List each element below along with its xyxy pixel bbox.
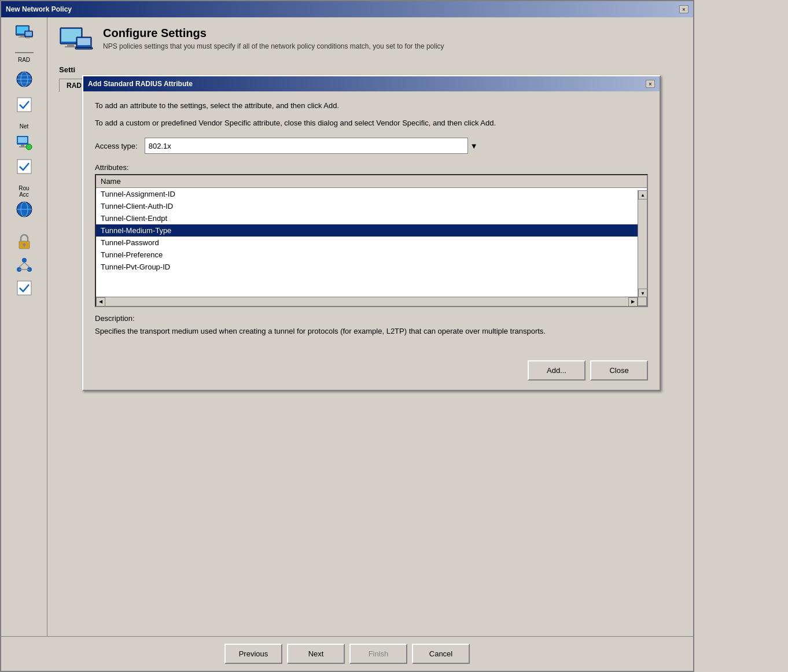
access-type-row: Access type: 802.1xAllDial-UpVPN ▼ (95, 138, 648, 154)
description-section: Description: Specifies the transport med… (95, 314, 648, 337)
description-text: Specifies the transport medium used when… (95, 326, 648, 337)
nodes-icon (15, 256, 34, 274)
attr-item[interactable]: Tunnel-Password (96, 237, 647, 249)
configure-title: Configure Settings (103, 27, 444, 40)
add-attribute-dialog: Add Standard RADIUS Attribute × To add a… (82, 75, 661, 391)
configure-title-block: Configure Settings NPS policies settings… (103, 27, 444, 50)
svg-rect-38 (78, 38, 90, 45)
sidebar-rou-label: Rou (3, 185, 45, 191)
description-label: Description: (95, 314, 648, 323)
check2-icon (15, 157, 34, 176)
attr-item[interactable]: Tunnel-Pvt-Group-ID (96, 261, 647, 273)
access-type-select-wrapper: 802.1xAllDial-UpVPN ▼ (145, 138, 480, 154)
sidebar-bottom-icons (3, 230, 45, 300)
sidebar: RAD (1, 17, 47, 636)
main-window: New Network Policy × (0, 0, 694, 672)
cancel-button[interactable]: Cancel (412, 644, 470, 664)
dialog-close-x-button[interactable]: × (646, 80, 655, 88)
attr-item[interactable]: Tunnel-Assignment-ID (96, 188, 647, 200)
svg-rect-2 (20, 35, 25, 36)
checkbox-icon (15, 95, 34, 114)
svg-line-30 (24, 263, 30, 267)
svg-rect-39 (75, 47, 93, 49)
lock-icon (15, 232, 34, 251)
sidebar-rou-section: Rou Acc (3, 185, 45, 221)
attributes-list[interactable]: Tunnel-Assignment-IDTunnel-Client-Auth-I… (96, 188, 647, 304)
dialog-body: To add an attribute to the settings, sel… (83, 91, 660, 356)
sidebar-item-network (3, 22, 45, 45)
main-title-bar: New Network Policy × (1, 1, 693, 17)
sidebar-item-rad: RAD (3, 47, 45, 65)
sidebar-net-section: Net (3, 123, 45, 178)
attr-item[interactable]: Tunnel-Client-Auth-ID (96, 200, 647, 212)
next-button[interactable]: Next (287, 644, 345, 664)
svg-rect-35 (67, 44, 74, 46)
dialog-instruction-2: To add a custom or predefined Vendor Spe… (95, 118, 648, 128)
svg-rect-15 (18, 137, 27, 143)
svg-rect-7 (25, 38, 30, 39)
scroll-right-button[interactable]: ▶ (628, 297, 638, 307)
network2-icon (15, 134, 34, 153)
sidebar-item-lock[interactable] (3, 230, 45, 253)
attr-item[interactable]: Tunnel-Preference (96, 249, 647, 261)
horizontal-scrollbar[interactable]: ◀ ▶ (96, 297, 638, 306)
sidebar-item-check3[interactable] (3, 276, 45, 300)
access-type-select[interactable]: 802.1xAllDial-UpVPN (145, 138, 480, 154)
access-type-label: Access type: (95, 142, 138, 150)
footer: Previous Next Finish Cancel (1, 636, 693, 671)
sidebar-item-globe[interactable] (3, 68, 45, 91)
finish-button[interactable]: Finish (349, 644, 407, 664)
svg-point-18 (26, 144, 32, 150)
check3-icon (15, 279, 34, 297)
globe-icon (15, 70, 34, 88)
sidebar-item-network2[interactable] (3, 132, 45, 155)
sidebar-item-nodes[interactable] (3, 253, 45, 276)
svg-rect-25 (24, 245, 25, 247)
globe2-icon (15, 200, 34, 219)
scroll-up-button[interactable]: ▲ (638, 190, 647, 200)
attributes-label: Attributes: (95, 163, 648, 172)
attributes-list-container: Name Tunnel-Assignment-IDTunnel-Client-A… (95, 174, 648, 307)
main-close-button[interactable]: × (679, 5, 688, 13)
attributes-column-header: Name (96, 175, 647, 188)
configure-icon (59, 27, 94, 58)
name-column-header: Name (101, 177, 121, 186)
sidebar-item-check2[interactable] (3, 155, 45, 178)
svg-line-29 (19, 263, 24, 267)
configure-header: Configure Settings NPS policies settings… (59, 27, 682, 58)
configure-subtitle: NPS policies settings that you must spec… (103, 42, 444, 50)
svg-rect-17 (19, 146, 26, 147)
sidebar-acc-label: Acc (3, 191, 45, 198)
network-icon (15, 24, 34, 43)
sidebar-net-label: Net (3, 123, 45, 130)
scroll-left-button[interactable]: ◀ (96, 297, 105, 307)
svg-rect-32 (17, 281, 31, 295)
close-dialog-button[interactable]: Close (590, 360, 648, 381)
dialog-footer: Add... Close (83, 356, 660, 390)
attributes-section: Attributes: Name Tunnel-Assignment-IDTun… (95, 163, 648, 307)
svg-rect-36 (65, 46, 76, 47)
dialog-title: Add Standard RADIUS Attribute (88, 80, 193, 88)
dialog-title-bar: Add Standard RADIUS Attribute × (83, 76, 660, 91)
sidebar-item-globe2[interactable] (3, 198, 45, 221)
svg-rect-19 (17, 160, 31, 173)
main-area: Configure Settings NPS policies settings… (47, 17, 693, 636)
dialog-instruction-1: To add an attribute to the settings, sel… (95, 101, 648, 111)
svg-rect-13 (17, 98, 31, 112)
main-window-title: New Network Policy (6, 5, 72, 13)
previous-button[interactable]: Previous (224, 644, 282, 664)
scrollbar-corner (638, 297, 647, 306)
sidebar-rad-label: RAD (18, 57, 30, 63)
add-button[interactable]: Add... (528, 360, 586, 381)
attr-item[interactable]: Tunnel-Client-Endpt (96, 212, 647, 224)
svg-rect-5 (25, 32, 32, 36)
attr-item[interactable]: Tunnel-Medium-Type (96, 224, 647, 237)
sidebar-item-check[interactable] (3, 93, 45, 116)
window-content: RAD (1, 17, 693, 636)
settings-section-label: Setti (59, 65, 682, 74)
svg-point-26 (22, 258, 27, 263)
scroll-track (638, 200, 647, 289)
vertical-scrollbar[interactable]: ▲ ▼ (638, 190, 647, 298)
svg-rect-6 (26, 37, 29, 38)
svg-rect-16 (21, 145, 24, 146)
